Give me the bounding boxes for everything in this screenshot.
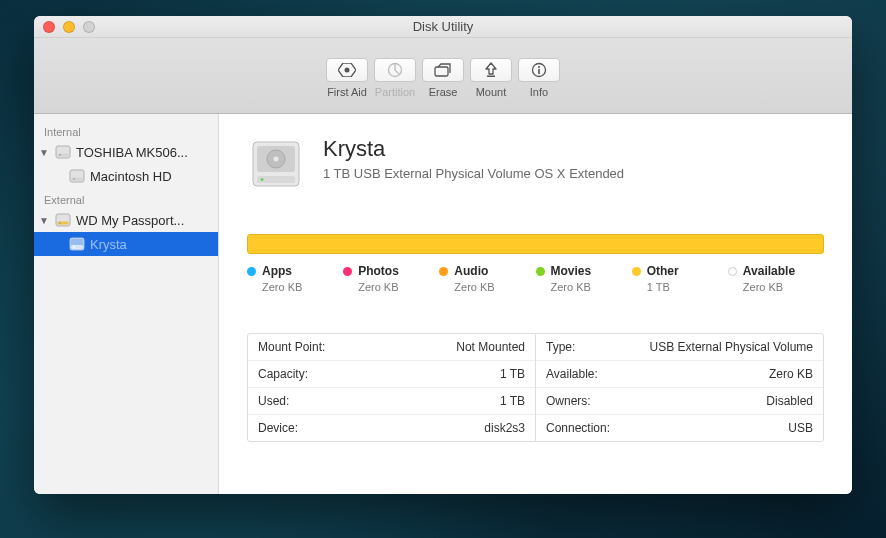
legend-swatch xyxy=(343,267,352,276)
legend-swatch xyxy=(632,267,641,276)
svg-point-12 xyxy=(73,178,75,180)
sidebar-item-wd-passport[interactable]: ▼WD My Passport... xyxy=(34,208,218,232)
info-row: Type:USB External Physical Volume xyxy=(536,334,823,361)
drive-icon xyxy=(68,235,86,253)
svg-point-22 xyxy=(274,157,279,162)
sidebar-item-label: Krysta xyxy=(90,237,212,252)
zoom-button[interactable] xyxy=(83,21,95,33)
toolbar-label: Erase xyxy=(429,86,458,98)
toolbar-erase-button[interactable]: Erase xyxy=(422,58,464,98)
svg-point-15 xyxy=(59,222,61,224)
usage-bar xyxy=(247,234,824,254)
info-row: Device:disk2s3 xyxy=(248,415,535,441)
info-icon xyxy=(518,58,560,82)
legend-label: Photos xyxy=(358,264,399,278)
drive-icon xyxy=(247,136,305,194)
info-row: Used:1 TB xyxy=(248,388,535,415)
svg-rect-3 xyxy=(487,75,495,77)
legend-item: PhotosZero KB xyxy=(343,264,439,293)
mount-icon xyxy=(470,58,512,82)
legend-label: Movies xyxy=(551,264,592,278)
legend-swatch xyxy=(439,267,448,276)
info-value: USB External Physical Volume xyxy=(650,340,813,354)
traffic-lights xyxy=(43,21,95,33)
legend-label: Available xyxy=(743,264,795,278)
legend-value: Zero KB xyxy=(728,281,824,293)
legend-swatch xyxy=(728,267,737,276)
legend-item: Other1 TB xyxy=(632,264,728,293)
toolbar-label: Info xyxy=(530,86,548,98)
sidebar-item-label: WD My Passport... xyxy=(76,213,212,228)
window: Disk Utility First AidPartitionEraseMoun… xyxy=(34,16,852,494)
toolbar-partition-button: Partition xyxy=(374,58,416,98)
info-value: Disabled xyxy=(766,394,813,408)
info-value: disk2s3 xyxy=(484,421,525,435)
volume-name: Krysta xyxy=(323,136,624,162)
legend-item: AppsZero KB xyxy=(247,264,343,293)
svg-point-9 xyxy=(59,154,61,156)
toolbar-label: Mount xyxy=(476,86,507,98)
window-title: Disk Utility xyxy=(413,19,474,34)
info-row: Available:Zero KB xyxy=(536,361,823,388)
sidebar-item-toshiba[interactable]: ▼TOSHIBA MK506... xyxy=(34,140,218,164)
legend-value: 1 TB xyxy=(632,281,728,293)
volume-title-block: Krysta 1 TB USB External Physical Volume… xyxy=(323,136,624,181)
volume-header: Krysta 1 TB USB External Physical Volume… xyxy=(247,136,824,194)
toolbar-label: First Aid xyxy=(327,86,367,98)
legend-swatch xyxy=(247,267,256,276)
legend-item: AudioZero KB xyxy=(439,264,535,293)
first-aid-icon xyxy=(326,58,368,82)
toolbar-first-aid-button[interactable]: First Aid xyxy=(326,58,368,98)
sidebar-item-krysta[interactable]: Krysta xyxy=(34,232,218,256)
disclosure-triangle-icon[interactable]: ▼ xyxy=(38,147,50,158)
info-value: Not Mounted xyxy=(456,340,525,354)
legend-value: Zero KB xyxy=(247,281,343,293)
legend-swatch xyxy=(536,267,545,276)
svg-rect-6 xyxy=(538,69,540,74)
legend-value: Zero KB xyxy=(439,281,535,293)
legend-value: Zero KB xyxy=(343,281,439,293)
sidebar-item-label: TOSHIBA MK506... xyxy=(76,145,212,160)
info-row: Connection:USB xyxy=(536,415,823,441)
info-column-right: Type:USB External Physical VolumeAvailab… xyxy=(536,334,823,441)
toolbar-info-button[interactable]: Info xyxy=(518,58,560,98)
svg-point-24 xyxy=(261,178,264,181)
info-row: Owners:Disabled xyxy=(536,388,823,415)
svg-rect-2 xyxy=(435,67,448,76)
info-value: 1 TB xyxy=(500,394,525,408)
info-key: Device: xyxy=(258,421,298,435)
drive-icon xyxy=(68,167,86,185)
svg-rect-14 xyxy=(58,222,69,225)
toolbar: First AidPartitionEraseMountInfo xyxy=(34,38,852,114)
legend-label: Audio xyxy=(454,264,488,278)
svg-point-5 xyxy=(538,66,540,68)
info-row: Mount Point:Not Mounted xyxy=(248,334,535,361)
toolbar-mount-button[interactable]: Mount xyxy=(470,58,512,98)
svg-rect-11 xyxy=(72,178,83,181)
legend-item: AvailableZero KB xyxy=(728,264,824,293)
usage-legend: AppsZero KBPhotosZero KBAudioZero KBMovi… xyxy=(247,264,824,293)
sidebar-item-macintosh-hd[interactable]: Macintosh HD xyxy=(34,164,218,188)
legend-item: MoviesZero KB xyxy=(536,264,632,293)
info-key: Available: xyxy=(546,367,598,381)
info-row: Capacity:1 TB xyxy=(248,361,535,388)
toolbar-label: Partition xyxy=(375,86,415,98)
sidebar-section-header: Internal xyxy=(34,120,218,140)
titlebar: Disk Utility xyxy=(34,16,852,38)
close-button[interactable] xyxy=(43,21,55,33)
disclosure-triangle-icon[interactable]: ▼ xyxy=(38,215,50,226)
svg-point-18 xyxy=(73,246,75,248)
sidebar-item-label: Macintosh HD xyxy=(90,169,212,184)
sidebar: Internal▼TOSHIBA MK506...Macintosh HDExt… xyxy=(34,114,219,494)
volume-subtitle: 1 TB USB External Physical Volume OS X E… xyxy=(323,166,624,181)
svg-point-0 xyxy=(345,67,350,72)
info-value: 1 TB xyxy=(500,367,525,381)
info-key: Owners: xyxy=(546,394,591,408)
info-value: USB xyxy=(788,421,813,435)
info-key: Used: xyxy=(258,394,289,408)
svg-rect-8 xyxy=(58,154,69,157)
minimize-button[interactable] xyxy=(63,21,75,33)
legend-label: Other xyxy=(647,264,679,278)
info-key: Mount Point: xyxy=(258,340,325,354)
sidebar-section-header: External xyxy=(34,188,218,208)
